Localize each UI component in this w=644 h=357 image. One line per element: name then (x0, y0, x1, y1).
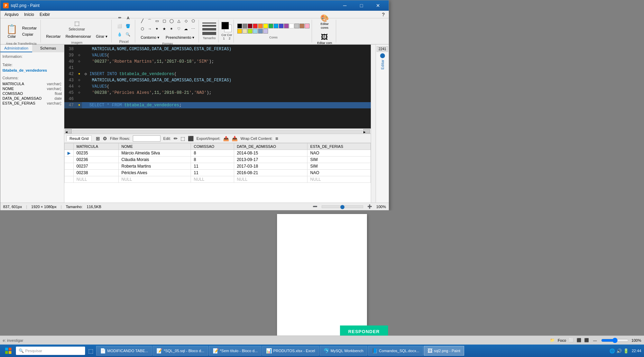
swatch-purple[interactable] (284, 24, 289, 28)
swatch-pink[interactable] (305, 24, 310, 28)
swatch-gold[interactable] (237, 29, 242, 34)
help-icon[interactable]: ? (382, 12, 385, 17)
shape-arrow[interactable]: → (146, 25, 154, 33)
shape-star6[interactable]: ✶ (168, 25, 175, 33)
scroll-track[interactable] (73, 130, 362, 133)
result-settings-icon[interactable]: ⚙ (103, 136, 107, 141)
taskview-button[interactable]: ⬚ (86, 346, 95, 356)
swatch-darkblue[interactable] (279, 24, 284, 28)
shape-star4[interactable]: ✦ (153, 25, 161, 33)
swatch-orange[interactable] (258, 24, 263, 28)
size-3[interactable] (202, 28, 216, 30)
badge-button[interactable]: 2241 (377, 46, 388, 52)
view-icon2[interactable]: ⬛ (577, 338, 581, 342)
edit-export-icon[interactable]: ⬚ (181, 136, 185, 141)
swatch-lime[interactable] (248, 29, 252, 34)
wrap-icon[interactable]: ≡ (275, 136, 278, 141)
sql-editor[interactable]: 38 MATRICULA,NOME,COMISSAO,DATA_DE_ADMIS… (64, 45, 371, 128)
swatch-lavender[interactable] (263, 29, 268, 34)
tab-administration[interactable]: Administration (0, 45, 32, 52)
zoom-out-icon[interactable]: ➖ (313, 204, 318, 209)
swatch-red[interactable] (253, 24, 258, 28)
tray-network[interactable]: 🌐 (609, 348, 615, 354)
shape-curve[interactable]: ⌒ (146, 17, 154, 25)
pencil-tool[interactable]: ✏ (116, 14, 123, 22)
export-icon[interactable]: 📤 (223, 136, 229, 141)
taskbar-item-excel[interactable]: 📊 PRODUTOS.xlsx - Excel (262, 346, 319, 356)
swatch-cream[interactable] (242, 29, 247, 34)
cor2-btn[interactable]: Cor2 (227, 34, 232, 41)
shape-more[interactable]: ⋯ (190, 25, 197, 33)
size-1[interactable] (202, 23, 216, 24)
size-2[interactable] (202, 25, 216, 27)
editar-button[interactable]: Editar (380, 60, 385, 70)
start-button[interactable] (1, 346, 15, 356)
result-grid-tab[interactable]: Result Grid (66, 135, 92, 141)
swatch-steelblue[interactable] (258, 29, 263, 34)
select-button[interactable]: ⬚ Selecionar (67, 18, 86, 32)
minimize-button[interactable]: ─ (337, 0, 353, 11)
shape-line[interactable]: ╱ (139, 17, 146, 25)
import-icon[interactable]: 📥 (232, 136, 238, 141)
taskbar-search[interactable]: 🔍 Pesquisar (16, 347, 85, 355)
taskbar-item-modificando[interactable]: 📄 MODIFICANDO TABE... (96, 346, 152, 356)
crop-button[interactable]: Recortar (44, 34, 62, 39)
eraser-tool[interactable]: ⬜ (116, 23, 123, 30)
view-icon1[interactable]: ⬜ (569, 338, 574, 342)
fill-btn[interactable]: Preenchimento ▾ (164, 35, 196, 41)
tray-volume[interactable]: 🔊 (616, 348, 622, 354)
swatch-lightgray[interactable] (294, 24, 299, 28)
shape-diamond[interactable]: ◇ (182, 17, 190, 25)
zoom-in-icon[interactable]: ➕ (367, 204, 372, 209)
shape-triangle[interactable]: △ (175, 17, 183, 25)
swatch-yellow[interactable] (263, 24, 268, 28)
scroll-left[interactable]: ◂ (65, 129, 72, 133)
swatch-gray[interactable] (242, 24, 247, 28)
shape-hex[interactable]: ⬡ (139, 25, 146, 33)
scroll-right[interactable]: ▸ (363, 129, 370, 133)
size-4[interactable] (202, 32, 216, 35)
copy-button[interactable]: Copiar (20, 32, 38, 37)
edit-colors-button[interactable]: 🎨 Editarcores (318, 13, 331, 31)
view-icon3[interactable]: ⬛ (584, 338, 589, 342)
swatch-lightblue[interactable] (253, 29, 258, 34)
colorpick-tool[interactable]: 💧 (116, 31, 123, 38)
resize-button[interactable]: Redimensionar (64, 34, 93, 39)
swatch-brown[interactable] (300, 24, 304, 28)
cut-button[interactable]: Recortar (20, 25, 38, 31)
cor1-btn[interactable]: Cor1 (221, 34, 227, 41)
shape-ellipse[interactable]: ◯ (168, 17, 175, 25)
menu-inicio[interactable]: Início (21, 11, 37, 18)
taskbar-item-mysql[interactable]: 🐬 MySQL Workbench (320, 346, 367, 356)
menu-exibir[interactable]: Exibir (37, 11, 53, 18)
text-tool[interactable]: A (124, 14, 132, 22)
shape-star5[interactable]: ★ (160, 25, 168, 33)
taskbar-item-semtitulo[interactable]: 📝 *Sem título - Bloco d... (209, 346, 261, 356)
close-button[interactable]: ✕ (370, 0, 386, 11)
magnify-tool[interactable]: 🔍 (124, 31, 132, 38)
maximize-button[interactable]: □ (353, 0, 369, 11)
result-table-wrap[interactable]: MATRICULA NOME COMISSAO DATA_DE_ADMISSAO… (64, 143, 371, 203)
zoom-range[interactable] (601, 338, 629, 343)
menu-arquivo[interactable]: Arquivo (2, 11, 21, 18)
vertical-scrollbar[interactable] (371, 45, 376, 203)
shape-cloud[interactable]: ☁ (182, 25, 190, 33)
filter-input[interactable] (133, 135, 160, 142)
foco-icon[interactable]: 📁 (550, 338, 555, 342)
taskbar-item-sql05[interactable]: 📝 *SQL_05.sql - Bloco d... (153, 346, 208, 356)
swatch-green[interactable] (268, 24, 273, 28)
fill-tool[interactable]: 🪣 (124, 23, 132, 30)
shape-heart[interactable]: ♡ (175, 25, 183, 33)
shape-rounded[interactable]: ▢ (160, 17, 168, 25)
swatch-black[interactable] (237, 24, 242, 28)
swatch-blue[interactable] (274, 24, 278, 28)
swatch-white[interactable] (289, 24, 294, 28)
edit-import-icon[interactable]: ⬛ (188, 136, 194, 141)
contorno-btn[interactable]: Contorno ▾ (139, 35, 161, 41)
shape-pentagon[interactable]: ⬠ (190, 17, 197, 25)
zoom-slider-thumb[interactable] (340, 205, 344, 209)
taskbar-item-comandos[interactable]: 📘 Comandos_SQL.docx... (368, 346, 423, 356)
shape-rect[interactable]: ▭ (153, 17, 161, 25)
result-grid-icon[interactable]: ⊞ (96, 136, 100, 141)
tab-schemas[interactable]: Schemas (32, 45, 64, 52)
